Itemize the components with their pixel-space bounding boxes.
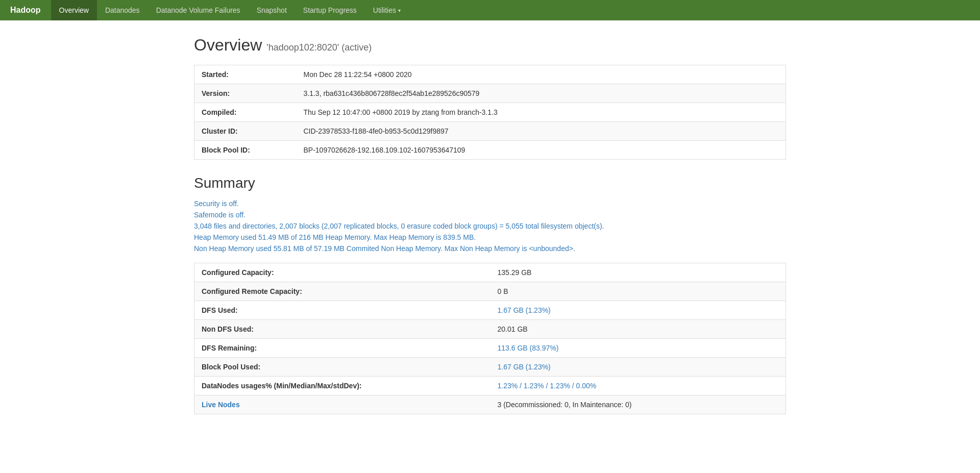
nav-item-datanode-volume-failures[interactable]: Datanode Volume Failures xyxy=(148,0,249,20)
table-row: Version: 3.1.3, rba631c436b806728f8ec2f5… xyxy=(194,84,786,103)
summary-value-configured-capacity: 135.29 GB xyxy=(491,263,786,282)
summary-label-dfs-remaining: DFS Remaining: xyxy=(194,339,491,358)
info-value-cluster-id: CID-23978533-f188-4fe0-b953-5c0d129f9897 xyxy=(297,122,786,141)
summary-value-live-nodes: 3 (Decommissioned: 0, In Maintenance: 0) xyxy=(491,395,786,414)
summary-value-dfs-remaining[interactable]: 113.6 GB (83.97%) xyxy=(491,339,786,358)
page-title-text: Overview xyxy=(194,36,262,54)
table-row: DataNodes usages% (Min/Median/Max/stdDev… xyxy=(194,377,786,395)
table-row: Live Nodes 3 (Decommissioned: 0, In Main… xyxy=(194,395,786,414)
summary-value-block-pool-used[interactable]: 1.67 GB (1.23%) xyxy=(491,358,786,377)
nav-item-overview[interactable]: Overview xyxy=(51,0,97,20)
summary-line-0: Security is off. xyxy=(194,200,786,208)
summary-line-4: Non Heap Memory used 55.81 MB of 57.19 M… xyxy=(194,244,786,253)
navbar: Hadoop Overview Datanodes Datanode Volum… xyxy=(0,0,980,20)
table-row: Non DFS Used: 20.01 GB xyxy=(194,320,786,339)
summary-texts: Security is off. Safemode is off. 3,048 … xyxy=(194,200,786,253)
summary-label-non-dfs-used: Non DFS Used: xyxy=(194,320,491,339)
summary-table: Configured Capacity: 135.29 GB Configure… xyxy=(194,263,786,414)
summary-line-1: Safemode is off. xyxy=(194,211,786,219)
nav-item-datanodes[interactable]: Datanodes xyxy=(97,0,148,20)
page-title: Overview 'hadoop102:8020' (active) xyxy=(194,36,786,55)
summary-value-non-dfs-used: 20.01 GB xyxy=(491,320,786,339)
summary-label-configured-capacity: Configured Capacity: xyxy=(194,263,491,282)
nav-item-startup-progress[interactable]: Startup Progress xyxy=(295,0,365,20)
info-label-block-pool-id: Block Pool ID: xyxy=(194,141,297,160)
info-label-cluster-id: Cluster ID: xyxy=(194,122,297,141)
table-row: Configured Remote Capacity: 0 B xyxy=(194,282,786,301)
info-label-compiled: Compiled: xyxy=(194,103,297,122)
summary-label-live-nodes[interactable]: Live Nodes xyxy=(194,395,491,414)
main-content: Overview 'hadoop102:8020' (active) Start… xyxy=(174,20,806,430)
summary-title: Summary xyxy=(194,175,786,191)
info-value-compiled: Thu Sep 12 10:47:00 +0800 2019 by ztang … xyxy=(297,103,786,122)
table-row: Block Pool ID: BP-1097026628-192.168.109… xyxy=(194,141,786,160)
info-value-started: Mon Dec 28 11:22:54 +0800 2020 xyxy=(297,65,786,84)
navbar-brand[interactable]: Hadoop xyxy=(0,0,51,20)
info-table: Started: Mon Dec 28 11:22:54 +0800 2020 … xyxy=(194,65,786,160)
info-value-version: 3.1.3, rba631c436b806728f8ec2f54ab1e2895… xyxy=(297,84,786,103)
summary-value-dfs-used[interactable]: 1.67 GB (1.23%) xyxy=(491,301,786,320)
info-label-version: Version: xyxy=(194,84,297,103)
summary-label-block-pool-used: Block Pool Used: xyxy=(194,358,491,377)
table-row: DFS Used: 1.67 GB (1.23%) xyxy=(194,301,786,320)
table-row: Configured Capacity: 135.29 GB xyxy=(194,263,786,282)
info-value-block-pool-id: BP-1097026628-192.168.109.102-1607953647… xyxy=(297,141,786,160)
summary-label-datanodes-usages: DataNodes usages% (Min/Median/Max/stdDev… xyxy=(194,377,491,395)
table-row: Block Pool Used: 1.67 GB (1.23%) xyxy=(194,358,786,377)
chevron-down-icon: ▾ xyxy=(398,8,401,13)
info-label-started: Started: xyxy=(194,65,297,84)
nav-item-utilities-label: Utilities xyxy=(373,6,396,14)
nav-item-utilities[interactable]: Utilities ▾ xyxy=(365,0,409,20)
page-subtitle: 'hadoop102:8020' (active) xyxy=(266,42,372,53)
table-row: Started: Mon Dec 28 11:22:54 +0800 2020 xyxy=(194,65,786,84)
summary-label-configured-remote-capacity: Configured Remote Capacity: xyxy=(194,282,491,301)
summary-line-3: Heap Memory used 51.49 MB of 216 MB Heap… xyxy=(194,233,786,241)
summary-label-dfs-used: DFS Used: xyxy=(194,301,491,320)
summary-value-datanodes-usages[interactable]: 1.23% / 1.23% / 1.23% / 0.00% xyxy=(491,377,786,395)
summary-line-2: 3,048 files and directories, 2,007 block… xyxy=(194,222,786,230)
nav-item-snapshot[interactable]: Snapshot xyxy=(249,0,295,20)
table-row: DFS Remaining: 113.6 GB (83.97%) xyxy=(194,339,786,358)
summary-value-configured-remote-capacity: 0 B xyxy=(491,282,786,301)
table-row: Cluster ID: CID-23978533-f188-4fe0-b953-… xyxy=(194,122,786,141)
table-row: Compiled: Thu Sep 12 10:47:00 +0800 2019… xyxy=(194,103,786,122)
